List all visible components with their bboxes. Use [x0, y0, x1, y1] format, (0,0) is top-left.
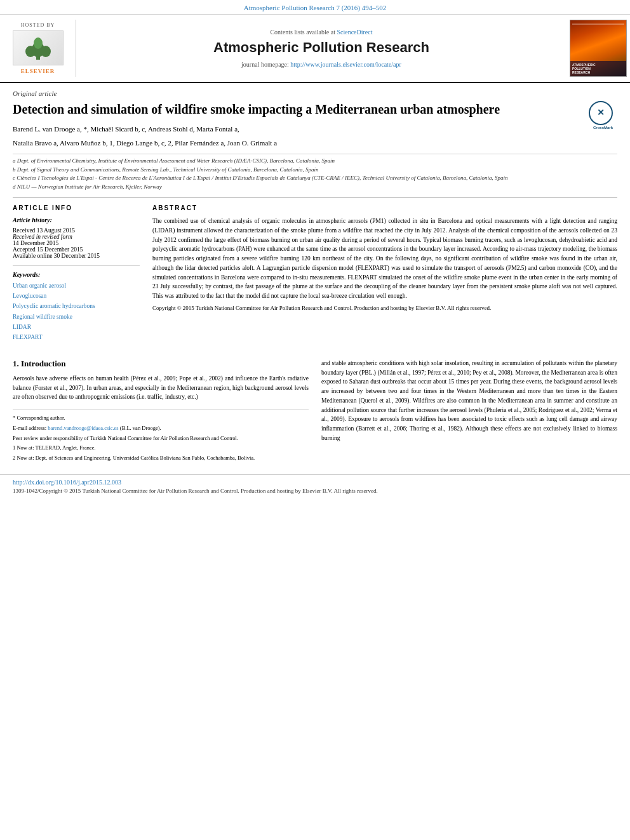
article-history-label: Article history:	[13, 217, 140, 223]
svg-point-4	[34, 37, 43, 49]
page: Atmospheric Pollution Research 7 (2016) …	[0, 0, 630, 498]
keyword-6: FLEXPART	[13, 332, 140, 342]
introduction-heading: 1. Introduction	[13, 359, 309, 369]
affiliation-c: c Ciències I Tecnologies de L'Espai - Ce…	[13, 174, 617, 183]
elsevier-logo-box	[13, 30, 64, 65]
keyword-2: Levoglucosan	[13, 291, 140, 301]
homepage-label: journal homepage:	[241, 61, 289, 68]
doi-link[interactable]: http://dx.doi.org/10.1016/j.apr2015.12.0…	[13, 479, 617, 486]
authors-line-2: Natalia Bravo a, Alvaro Muñoz b, 1, Dieg…	[13, 138, 617, 149]
crossmark-icon: ✕	[597, 107, 605, 119]
footnote-2: 2 Now at: Dept. of Sciences and Engineer…	[13, 454, 309, 462]
keyword-4: Regional wildfire smoke	[13, 312, 140, 322]
abstract-header: ABSTRACT	[152, 204, 617, 211]
svg-point-2	[25, 46, 36, 57]
contents-available-line: Contents lists available at ScienceDirec…	[270, 29, 372, 36]
article-info-column: ARTICLE INFO Article history: Received 1…	[13, 204, 140, 342]
email-footnote: E-mail address: barend.vandrooge@idaea.c…	[13, 424, 309, 432]
keyword-1: Urban organic aerosol	[13, 281, 140, 291]
main-body-section: 1. Introduction Aerosols have adverse ef…	[0, 349, 630, 474]
email-label: E-mail address:	[13, 425, 46, 431]
elsevier-logo: ELSEVIER	[13, 30, 64, 74]
body-left-column: 1. Introduction Aerosols have adverse ef…	[13, 359, 309, 464]
article-type-label: Original article	[13, 90, 617, 97]
journal-homepage-line: journal homepage: http://www.journals.el…	[241, 61, 401, 68]
keyword-5: LIDAR	[13, 322, 140, 332]
journal-homepage-link[interactable]: http://www.journals.elsevier.com/locate/…	[290, 61, 401, 68]
top-citation-bar: Atmospheric Pollution Research 7 (2016) …	[0, 0, 630, 15]
journal-cover-area: ATMOSPHERIC POLLUTION RESEARCH	[566, 20, 630, 77]
footnote-1: 1 Now at: TELERAD, Anglet, France.	[13, 444, 309, 452]
abstract-body: The combined use of chemical analysis of…	[152, 217, 617, 300]
article-content: Original article Detection and simulatio…	[0, 83, 630, 349]
keywords-label: Keywords:	[13, 271, 140, 278]
publisher-logo-area: HOSTED BY ELSEVIER	[0, 20, 76, 77]
intro-paragraph-2: and stable atmospheric conditions with h…	[321, 359, 617, 443]
footer-copyright: 1309-1042/Copyright © 2015 Turkish Natio…	[13, 488, 617, 494]
hosted-by-label: HOSTED BY	[21, 22, 55, 28]
citation-link[interactable]: Atmospheric Pollution Research 7 (2016) …	[244, 4, 387, 11]
sciencedirect-link[interactable]: ScienceDirect	[337, 29, 372, 36]
info-divider	[13, 265, 140, 266]
journal-info-center: Contents lists available at ScienceDirec…	[76, 20, 566, 77]
body-right-column: and stable atmospheric conditions with h…	[321, 359, 617, 464]
contents-text: Contents lists available at	[270, 29, 335, 36]
affiliation-b: b Dept. of Signal Theory and Communicati…	[13, 166, 617, 175]
received-date: Received 13 August 2015	[13, 227, 140, 234]
article-info-abstract-section: ARTICLE INFO Article history: Received 1…	[13, 197, 617, 342]
journal-cover-image: ATMOSPHERIC POLLUTION RESEARCH	[570, 20, 627, 77]
article-info-header: ARTICLE INFO	[13, 204, 140, 211]
accepted-date: Accepted 15 December 2015	[13, 246, 140, 253]
affiliation-a: a Dept. of Environmental Chemistry, Inst…	[13, 157, 617, 166]
crossmark-badge[interactable]: ✕ CrossMark	[589, 101, 617, 130]
available-date: Available online 30 December 2015	[13, 253, 140, 259]
doi-bar: http://dx.doi.org/10.1016/j.apr2015.12.0…	[0, 474, 630, 498]
email-link[interactable]: barend.vandrooge@idaea.csic.es	[48, 425, 118, 431]
article-title: Detection and simulation of wildfire smo…	[13, 101, 617, 117]
revised-date: 14 December 2015	[13, 240, 140, 246]
intro-paragraph-1: Aerosols have adverse effects on human h…	[13, 374, 309, 402]
abstract-column: ABSTRACT The combined use of chemical an…	[152, 204, 617, 342]
peer-review-note: Peer review under responsibility of Turk…	[13, 434, 309, 443]
abstract-copyright: Copyright © 2015 Turkish National Commit…	[152, 305, 617, 311]
article-history-group: Article history: Received 13 August 2015…	[13, 217, 140, 259]
affiliation-d: d NILU — Norwegian Institute for Air Res…	[13, 183, 617, 192]
elsevier-brand-text: ELSEVIER	[21, 68, 55, 74]
corresponding-author-note: * Corresponding author.	[13, 414, 309, 422]
keyword-3: Polycyclic aromatic hydrocarbons	[13, 301, 140, 311]
revised-label: Received in revised form	[13, 234, 140, 240]
journal-header: HOSTED BY ELSEVIER Contents lists availa…	[0, 15, 630, 83]
affiliations-section: a Dept. of Environmental Chemistry, Inst…	[13, 154, 617, 191]
email-suffix: (B.L. van Drooge).	[120, 425, 161, 431]
svg-point-3	[41, 46, 51, 57]
journal-title: Atmospheric Pollution Research	[213, 39, 429, 56]
footnotes-section: * Corresponding author. E-mail address: …	[13, 410, 309, 462]
elsevier-tree-icon	[19, 36, 57, 61]
authors-line-1: Barend L. van Drooge a, *, Michaël Sicar…	[13, 124, 617, 135]
